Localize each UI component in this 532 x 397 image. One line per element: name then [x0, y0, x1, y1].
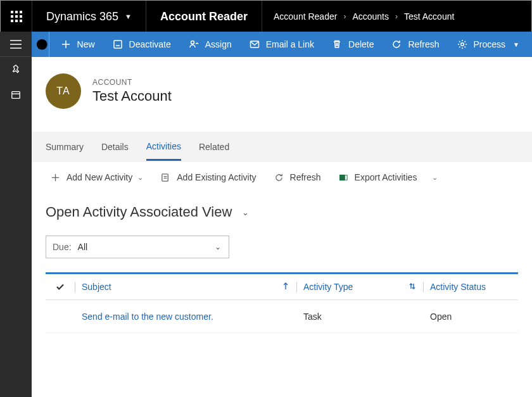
subgrid-refresh-label: Refresh	[290, 172, 321, 182]
view-selector[interactable]: Open Activity Associated View ⌄	[32, 192, 532, 236]
site-map-toggle[interactable]	[0, 32, 32, 57]
refresh-button[interactable]: Refresh	[383, 32, 448, 57]
table-row[interactable]: Send e-mail to the new customer. Task Op…	[46, 300, 518, 333]
form-tabs: Summary Details Activities Related	[32, 132, 532, 162]
svg-rect-28	[345, 175, 347, 180]
svg-rect-4	[15, 15, 18, 18]
tab-related[interactable]: Related	[199, 134, 229, 160]
app-name-label: Account Reader	[160, 10, 248, 23]
refresh-icon	[274, 173, 284, 182]
back-button[interactable]	[35, 32, 49, 57]
chevron-down-icon: ▼	[125, 13, 132, 20]
svg-point-19	[191, 41, 194, 44]
svg-rect-1	[15, 11, 18, 13]
col-subject-label: Subject	[82, 282, 111, 292]
check-icon	[55, 282, 65, 292]
app-name[interactable]: Account Reader	[146, 1, 262, 32]
record-header: TA ACCOUNT Test Account	[32, 57, 532, 132]
assign-label: Assign	[205, 39, 232, 49]
gear-icon	[457, 39, 467, 49]
svg-rect-8	[20, 20, 22, 22]
global-nav-bar: Dynamics 365 ▼ Account Reader Account Re…	[1, 1, 531, 32]
process-button[interactable]: Process ▼	[448, 32, 528, 57]
new-button[interactable]: New	[52, 32, 104, 57]
select-all-checkbox[interactable]	[46, 282, 75, 292]
add-existing-label: Add Existing Activity	[177, 172, 256, 182]
col-activity-type[interactable]: Activity Type	[296, 282, 423, 293]
assign-icon	[189, 39, 199, 49]
col-activity-type-label: Activity Type	[303, 282, 353, 292]
deactivate-label: Deactivate	[129, 39, 171, 49]
refresh-icon	[391, 39, 402, 49]
trash-icon	[332, 39, 342, 49]
record-name: Test Account	[92, 88, 172, 104]
deactivate-button[interactable]: Deactivate	[104, 32, 180, 57]
refresh-label: Refresh	[408, 39, 439, 49]
waffle-icon	[11, 11, 22, 22]
brand-dropdown[interactable]: Dynamics 365 ▼	[32, 1, 146, 32]
export-label: Export Activities	[355, 172, 417, 182]
due-filter-dropdown[interactable]: Due: All ⌄	[46, 236, 229, 258]
subgrid-command-bar: Add New Activity ⌄ Add Existing Activity…	[32, 162, 532, 192]
svg-rect-5	[20, 15, 22, 18]
tab-summary[interactable]: Summary	[46, 134, 84, 160]
svg-rect-2	[20, 11, 22, 13]
svg-rect-0	[11, 11, 13, 13]
form-area: TA ACCOUNT Test Account Summary Details …	[32, 57, 532, 397]
clock-back-icon	[35, 38, 49, 51]
entity-type-label: ACCOUNT	[92, 78, 172, 87]
assign-button[interactable]: Assign	[180, 32, 241, 57]
breadcrumb-item[interactable]: Accounts	[352, 11, 389, 22]
subgrid-refresh-button[interactable]: Refresh	[267, 168, 329, 186]
breadcrumb-item[interactable]: Account Reader	[274, 11, 337, 22]
more-commands-button[interactable]: ⌄	[427, 170, 444, 186]
chevron-down-icon: ⌄	[432, 173, 438, 182]
app-launcher-waffle[interactable]	[1, 1, 32, 32]
chevron-down-icon: ⌄	[137, 173, 143, 182]
grid-header-row: Subject Activity Type Activity Status	[46, 272, 518, 300]
chevron-right-icon: ›	[395, 12, 398, 21]
chevron-down-icon: ▼	[513, 41, 519, 48]
mail-icon	[250, 39, 260, 49]
recent-icon	[10, 90, 22, 100]
view-name-label: Open Activity Associated View	[46, 204, 232, 220]
svg-rect-3	[11, 15, 13, 18]
export-activities-button[interactable]: Export Activities	[331, 168, 425, 186]
sort-icon	[408, 282, 417, 291]
site-map-pinned[interactable]	[0, 57, 32, 82]
brand-label: Dynamics 365	[46, 10, 118, 23]
process-label: Process	[474, 39, 506, 49]
add-existing-activity-button[interactable]: Add Existing Activity	[153, 168, 263, 186]
pin-icon	[10, 65, 22, 75]
breadcrumb: Account Reader › Accounts › Test Account	[262, 1, 466, 32]
cell-subject[interactable]: Send e-mail to the new customer.	[75, 312, 296, 322]
delete-button[interactable]: Delete	[323, 32, 383, 57]
due-filter-value: All	[74, 242, 207, 252]
add-new-activity-button[interactable]: Add New Activity ⌄	[43, 168, 151, 186]
svg-point-23	[460, 43, 464, 46]
sort-asc-icon	[281, 282, 290, 291]
excel-icon	[339, 173, 348, 182]
new-label: New	[77, 39, 95, 49]
site-map-recent[interactable]	[0, 82, 32, 108]
delete-label: Delete	[348, 39, 374, 49]
email-link-button[interactable]: Email a Link	[241, 32, 323, 57]
svg-rect-7	[15, 20, 18, 22]
filter-row: Due: All ⌄	[32, 236, 532, 272]
plus-icon	[51, 173, 60, 182]
record-command-bar: New Deactivate Assign Email a Link Delet…	[32, 32, 532, 57]
svg-rect-26	[162, 173, 168, 180]
col-subject[interactable]: Subject	[75, 282, 296, 293]
site-map-rail	[0, 32, 32, 397]
chevron-right-icon: ›	[343, 12, 346, 21]
tab-activities[interactable]: Activities	[146, 134, 181, 161]
breadcrumb-item[interactable]: Test Account	[404, 11, 454, 22]
activities-grid: Subject Activity Type Activity Status Se…	[32, 272, 532, 333]
col-activity-status[interactable]: Activity Status	[423, 282, 518, 292]
email-link-label: Email a Link	[266, 39, 314, 49]
due-filter-label: Due:	[46, 242, 74, 252]
tab-details[interactable]: Details	[101, 134, 129, 160]
chevron-down-icon: ⌄	[207, 243, 229, 251]
add-new-label: Add New Activity	[66, 172, 132, 182]
cell-activity-status: Open	[423, 312, 518, 322]
